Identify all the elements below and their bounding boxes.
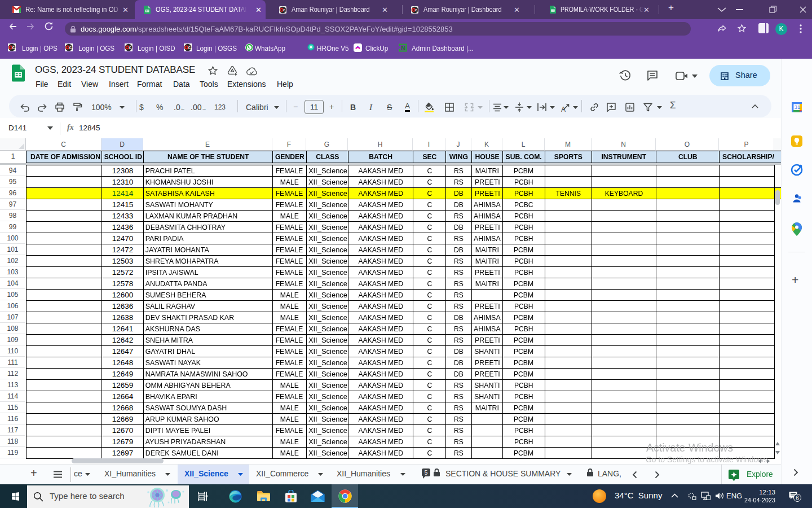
svg-text:c: c — [415, 7, 418, 12]
svg-text:N: N — [401, 45, 405, 51]
svg-text:c: c — [12, 45, 15, 50]
svg-text:c: c — [188, 45, 191, 50]
svg-text:c: c — [129, 45, 132, 50]
svg-text:c: c — [69, 45, 72, 50]
svg-text:A: A — [561, 106, 566, 113]
svg-text:31: 31 — [795, 104, 801, 110]
svg-text:c: c — [283, 7, 286, 12]
